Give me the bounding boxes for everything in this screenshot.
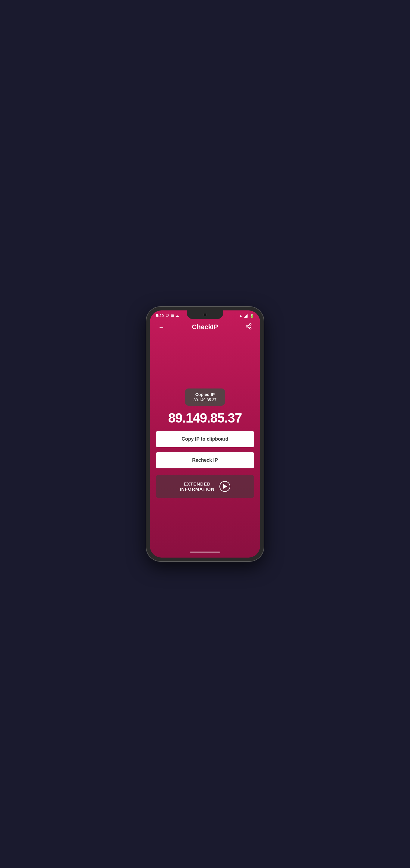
sim-icon: ▦ xyxy=(171,314,174,318)
extended-information-label: EXTENDEDINFORMATION xyxy=(180,481,215,492)
play-triangle-icon xyxy=(223,484,227,489)
copied-ip: 89.149.85.37 xyxy=(194,398,216,402)
svg-line-4 xyxy=(248,324,249,326)
copied-label: Copied IP xyxy=(194,392,216,397)
wifi-icon: ▲ xyxy=(239,313,243,318)
home-indicator xyxy=(190,552,220,553)
cloud-icon: ☁ xyxy=(175,314,179,318)
share-button[interactable] xyxy=(243,321,254,333)
notch xyxy=(187,310,223,319)
phone-frame: 5:29 🛡 ▦ ☁ ▲ 🔋 ← CheckIP xyxy=(146,307,264,561)
back-button[interactable]: ← xyxy=(156,321,167,333)
phone-screen: 5:29 🛡 ▦ ☁ ▲ 🔋 ← CheckIP xyxy=(150,310,260,558)
shield-icon: 🛡 xyxy=(166,314,169,318)
app-bar: ← CheckIP xyxy=(150,319,260,337)
main-content: Copied IP 89.149.85.37 89.149.85.37 Copy… xyxy=(150,337,260,549)
back-arrow-icon: ← xyxy=(158,324,164,331)
ip-address-display: 89.149.85.37 xyxy=(168,410,242,426)
status-time: 5:29 xyxy=(156,313,164,318)
battery-icon: 🔋 xyxy=(249,314,254,318)
recheck-ip-button[interactable]: Recheck IP xyxy=(156,452,254,468)
copied-tooltip: Copied IP 89.149.85.37 xyxy=(185,389,225,406)
svg-line-3 xyxy=(248,327,249,328)
extended-information-button[interactable]: EXTENDEDINFORMATION xyxy=(156,475,254,498)
app-title: CheckIP xyxy=(192,323,218,331)
copy-ip-button[interactable]: Copy IP to clipboard xyxy=(156,431,254,447)
status-right: ▲ 🔋 xyxy=(239,313,254,318)
play-circle-icon xyxy=(219,481,230,492)
camera xyxy=(203,313,207,316)
status-left: 5:29 🛡 ▦ ☁ xyxy=(156,313,179,318)
signal-icon xyxy=(244,314,248,318)
bottom-bar xyxy=(150,549,260,558)
share-icon xyxy=(245,323,252,331)
